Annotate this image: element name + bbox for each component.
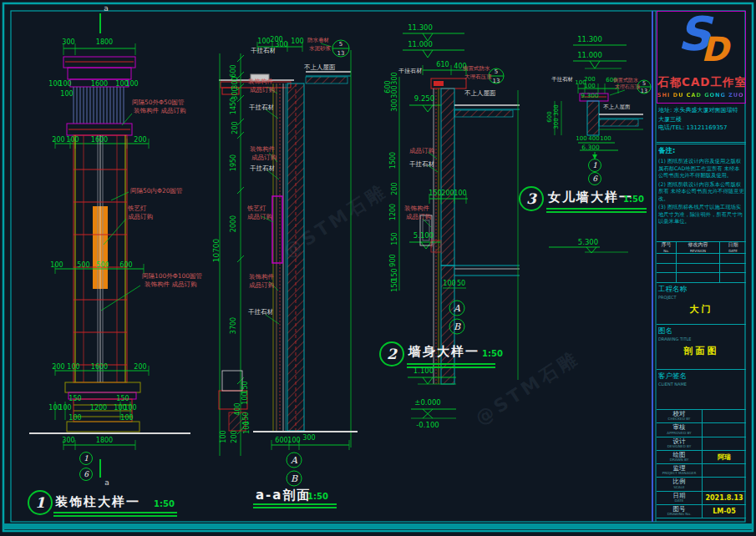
- dim-v: 300: [553, 104, 560, 115]
- annotation: 成品订购: [128, 213, 153, 221]
- dim-v: 200: [231, 430, 238, 442]
- dim-v-overall: 10700: [212, 239, 221, 263]
- row-value: [703, 464, 746, 477]
- callout-label: 防水卷材: [307, 37, 329, 44]
- axis-a-top: a: [104, 4, 109, 13]
- row-designed: 设计DESIGNED BY: [657, 437, 746, 451]
- client-label: 客户签名: [657, 370, 746, 382]
- rev-header-date-en: DATE: [728, 249, 737, 253]
- annotation: 装饰构件 成品订购: [145, 281, 196, 289]
- row-checked: 校对CHECKED BY: [657, 410, 746, 423]
- dim: 50: [457, 280, 465, 287]
- title-underline: [253, 503, 337, 505]
- dim: 500: [77, 261, 89, 269]
- dim: 1800: [96, 38, 113, 46]
- dim: 100: [454, 190, 466, 197]
- callout-label: 大理石压顶: [615, 83, 640, 91]
- dim: 100: [124, 404, 136, 412]
- material-label: 干挂石材: [398, 67, 422, 75]
- dim: 200: [134, 363, 146, 371]
- dim: 100: [125, 80, 138, 88]
- row-approved: 审核APPROVED BY: [657, 423, 746, 437]
- dim: 300: [302, 434, 315, 442]
- detail-title-2: 墙身大样一: [408, 344, 479, 360]
- row-manager: 监理PROJECT MANAGER: [657, 464, 746, 478]
- dim-v: 600: [230, 64, 237, 77]
- dim: 150: [429, 190, 441, 197]
- row-label-en: DRAWING No.: [657, 513, 702, 516]
- dim: 1200: [90, 404, 107, 412]
- axis-bubble-1: 1: [588, 159, 601, 172]
- notes-box: 备注: (1) 图纸所述设计内容及使用之版权属石都CAD绘图工作室所有 未经本公…: [657, 144, 746, 242]
- level: 9.250: [414, 94, 434, 103]
- level: ±0.000: [414, 398, 440, 407]
- project-box: 工程名称 PROJECT 大门: [657, 283, 746, 325]
- dim-v: 3700: [230, 317, 237, 334]
- annotation: 成品订购: [249, 281, 274, 290]
- note-2: (2) 图纸所载设计内容系本公司版权所有 未经本公司书面允许不得随意更改。: [657, 180, 746, 204]
- dim: 100: [68, 414, 81, 422]
- dim: 100: [584, 83, 595, 89]
- level: -0.100: [416, 421, 439, 429]
- annotation: 成品订购: [247, 213, 272, 221]
- dim: 500: [96, 261, 109, 269]
- dim: 600: [275, 437, 287, 444]
- annotation: 装饰构件: [404, 205, 429, 213]
- client-label-en: CLIENT NAME: [657, 382, 746, 387]
- axis-bubble-1: 1: [79, 452, 93, 465]
- dim-v: 300: [391, 85, 398, 98]
- drawing-title-label-en: DRAWING TITLE: [657, 336, 746, 341]
- revision-col-content: 修改内容REVISION: [677, 242, 720, 282]
- fins: [74, 87, 124, 124]
- annotation: 间隔50内Φ20圆管: [130, 187, 183, 195]
- level: 11.300: [408, 23, 433, 32]
- drawing-title-value: 剖面图: [657, 345, 746, 357]
- section-bubble-b: B: [287, 471, 302, 487]
- dim-v: 300: [391, 99, 398, 111]
- dim: 300: [62, 38, 74, 46]
- rev-header-date: 日期: [728, 242, 738, 247]
- parapet-hatch: [587, 101, 599, 135]
- dim: 200: [52, 136, 64, 144]
- annotation: 装饰构件 成品订购: [134, 107, 185, 115]
- dim: 100: [58, 80, 71, 88]
- material-label: 干挂石材: [248, 308, 273, 316]
- dim: 1800: [96, 437, 113, 444]
- rev-cell: [657, 273, 676, 282]
- notes-title: 备注:: [657, 144, 746, 157]
- material-label: 干挂石材: [250, 164, 275, 173]
- material-label: 干挂石材: [551, 76, 573, 83]
- row-date: 日期DATE 2021.8.13: [657, 492, 746, 505]
- aa-lamp-box: [272, 196, 282, 263]
- roof-label: 不上人屋面: [603, 104, 631, 111]
- dim: 100: [443, 280, 455, 287]
- annotation: 间隔100外Φ100圆管: [142, 272, 202, 281]
- row-value: [703, 437, 746, 450]
- dim: 100: [67, 363, 79, 371]
- title-underline: [53, 512, 177, 513]
- title-underline: [253, 507, 337, 508]
- dim-v: 1450: [230, 98, 237, 114]
- dim: 150: [68, 395, 81, 402]
- annotation: 装饰构件: [249, 273, 274, 281]
- revision-col-no: 序号No.: [657, 242, 677, 282]
- rev-cell: [677, 273, 719, 282]
- title-underline: [546, 211, 647, 213]
- row-value: 2021.8.13: [703, 492, 746, 504]
- dim: 100: [120, 414, 133, 422]
- level: 11.000: [577, 51, 602, 59]
- detail-callout-top: 5: [339, 41, 342, 48]
- dim-v: 600: [546, 111, 553, 122]
- dim-v: 900: [389, 254, 397, 266]
- callout-label: 大理石压顶: [464, 73, 492, 81]
- dim-v: 2000: [230, 215, 237, 232]
- dim: 100: [600, 135, 611, 142]
- studio-name: 石都CAD工作室: [657, 75, 745, 90]
- dim: 200: [134, 136, 146, 144]
- address-box: 地址: 水头典盛大厦对面国瑞特 大厦三楼 电话/TEL: 13121169357: [657, 104, 746, 144]
- detail-callout-bottom: 13: [641, 88, 647, 94]
- dim-v: 200: [231, 121, 239, 134]
- dim: 100: [291, 38, 303, 45]
- dim: 1600: [91, 136, 108, 144]
- dim: 100: [60, 90, 73, 98]
